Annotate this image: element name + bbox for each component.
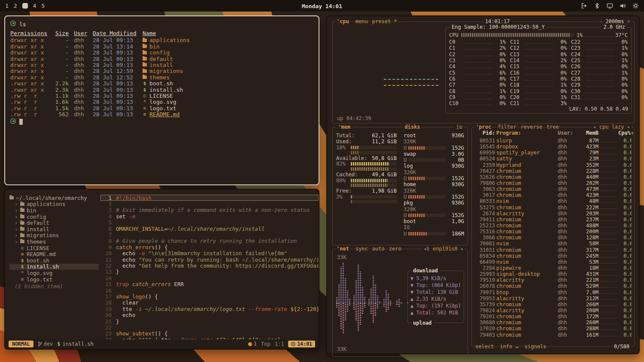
code-line[interactable]: 13}: [100, 269, 319, 275]
process-row[interactable]: 2284pipewiredhh18M0.0: [474, 265, 632, 271]
process-row[interactable]: 3017chromiumdhh423M0.0: [474, 192, 632, 198]
proc-header-user[interactable]: User:: [558, 130, 577, 136]
code-line[interactable]: 5: [100, 220, 319, 226]
process-row[interactable]: 3063chromiumdhh473M0.0: [474, 186, 632, 192]
proc-button-filter[interactable]: filter: [498, 124, 516, 130]
code-line[interactable]: 16: [100, 287, 319, 293]
interval-minus-button[interactable]: −: [599, 18, 602, 24]
process-row[interactable]: 3066chromiumdhh128M0.0: [474, 235, 632, 241]
tree-item-LICENSE[interactable]: ©LICENSE: [9, 245, 100, 251]
file-name-cell[interactable]: config: [143, 49, 313, 56]
code-line[interactable]: 12 echo "Get help from the community: ht…: [100, 262, 319, 268]
file-name-cell[interactable]: bin: [143, 43, 313, 50]
terminal-cursor[interactable]: [19, 119, 23, 125]
process-row[interactable]: 30680chromiumdhh260M0.0: [474, 320, 632, 326]
proc-footer-info[interactable]: info ↵: [500, 344, 518, 350]
cpu-panel-title[interactable]: 'cpu: [335, 18, 350, 24]
tree-item-bin[interactable]: ›bin: [9, 207, 100, 214]
code-line[interactable]: 4set -e: [100, 213, 319, 219]
process-row[interactable]: 17020chromiumdhh288M0.0: [474, 326, 632, 332]
code-line[interactable]: 2: [100, 201, 319, 207]
iface-next-button[interactable]: ▸: [461, 246, 464, 252]
code-line[interactable]: 23show_subtext() {: [100, 331, 319, 337]
file-name-cell[interactable]: migrations: [143, 68, 313, 74]
net-button-zero[interactable]: zero: [389, 246, 401, 252]
process-row[interactable]: 79953alacrittydhh212M0.0: [474, 296, 632, 302]
tree-item-boot.sh[interactable]: $boot.sh: [9, 257, 100, 264]
process-row[interactable]: 69959spotify_playerdhh79M0.0: [474, 150, 632, 156]
display-cast-icon[interactable]: [607, 3, 613, 9]
disks-title[interactable]: disks: [403, 124, 422, 130]
code-line[interactable]: 9catch_errors() {: [100, 244, 319, 250]
tree-item-migrations[interactable]: ›migrations: [9, 232, 100, 239]
process-row[interactable]: 79411chromiumdhh237M0.0: [474, 217, 632, 223]
process-row[interactable]: 25993signal-desktopdhh431M0.0: [474, 271, 632, 277]
process-row[interactable]: 79403chromiumdhh161M0.0: [474, 332, 632, 338]
proc-header-program[interactable]: Program:: [496, 130, 556, 136]
interval-plus-button[interactable]: +: [627, 18, 630, 24]
process-row[interactable]: 2674alacrittydhh203M0.0: [474, 211, 632, 217]
settings-icon[interactable]: [632, 3, 639, 9]
editor-window[interactable]: ~/.local/share/omarchy ›applications›bin…: [4, 189, 319, 350]
file-name-cell[interactable]: ≡README.md: [143, 111, 313, 118]
tree-item-logo.txt[interactable]: ≡logo.txt: [9, 276, 100, 283]
code-editor[interactable]: 1#!/bin/bash23# Exit immediately if a co…: [100, 190, 319, 339]
net-button-sync[interactable]: sync: [355, 246, 368, 252]
code-line[interactable]: 8# Give people a chance to retry running…: [100, 238, 319, 244]
clock[interactable]: Monday 14:01: [302, 3, 342, 9]
net-button-auto[interactable]: auto: [372, 246, 385, 252]
workspace-button-1[interactable]: 1: [5, 3, 9, 9]
code-line[interactable]: 24 echo "$1" | tte --frame-rate ${3:-640…: [100, 337, 319, 339]
code-line[interactable]: 11 echo "You can retry by running: bash …: [100, 256, 319, 262]
cpu-button-preset[interactable]: preset *: [372, 18, 397, 24]
file-name-cell[interactable]: *logo.svg: [143, 99, 313, 105]
net-panel-title[interactable]: 'net: [335, 246, 350, 252]
process-row[interactable]: 80531slurpdhh87M0.0: [474, 138, 632, 144]
process-row[interactable]: 31031chromiumdhh317M0.0: [474, 247, 632, 253]
tree-item-themes[interactable]: ›themes: [9, 238, 100, 245]
update-interval[interactable]: − 2000ms +: [598, 18, 632, 24]
process-row[interactable]: 25213chromiumdhh488M0.0: [474, 223, 632, 229]
tree-root[interactable]: ~/.local/share/omarchy: [9, 195, 100, 201]
file-name-cell[interactable]: ≡logo.txt: [143, 105, 313, 112]
proc-panel-title[interactable]: 'proc: [474, 124, 492, 130]
process-row[interactable]: 66499nvimdhh53M0.0: [474, 259, 632, 265]
code-line[interactable]: 7: [100, 232, 319, 238]
git-branch[interactable]: dev: [38, 341, 53, 347]
process-row[interactable]: 79201chromiumdhh172M0.0: [474, 314, 632, 320]
process-row[interactable]: 79519alacrittydhh221M0.0: [474, 277, 632, 283]
code-line[interactable]: 6OMARCHY_INSTALL=~/.local/share/omarchy/…: [100, 226, 319, 232]
code-line[interactable]: 14: [100, 275, 319, 281]
code-line[interactable]: 17show_logo() {: [100, 293, 319, 299]
file-name-cell[interactable]: ©LICENSE: [143, 93, 313, 99]
file-name-cell[interactable]: themes: [143, 74, 313, 81]
process-row[interactable]: 80524sattydhh23M0.0: [474, 156, 632, 162]
process-row[interactable]: 16545dropboxdhh423M0.0: [474, 144, 632, 150]
io-tab[interactable]: io: [455, 124, 464, 130]
process-row[interactable]: 79971btopdhh7.0M0.0: [474, 290, 632, 296]
proc-sort-selector[interactable]: ◂ cpu lazy ▸: [592, 124, 632, 130]
tree-item-applications[interactable]: ›applications: [9, 201, 100, 208]
workspace-button-4[interactable]: 4: [33, 3, 36, 9]
file-name-cell[interactable]: $boot.sh: [143, 80, 313, 87]
process-row[interactable]: 26078chromiumdhh529M0.0: [474, 283, 632, 289]
proc-header-memb[interactable]: MemB: [578, 130, 598, 136]
sort-next-button[interactable]: ▸: [627, 124, 630, 130]
tree-item-config[interactable]: ›config: [9, 214, 100, 220]
mem-panel-title[interactable]: 'mem: [336, 124, 352, 130]
tree-item-default[interactable]: ›default: [9, 220, 100, 226]
process-row[interactable]: 79806chromiumdhh202M0.0: [474, 180, 632, 186]
proc-footer-select[interactable]: select: [475, 344, 494, 350]
code-line[interactable]: 18 clear: [100, 300, 319, 306]
file-name-cell[interactable]: applications: [143, 37, 313, 43]
bluetooth-icon[interactable]: [594, 3, 600, 9]
code-line[interactable]: 19 tte -i ~/.local/share/omarchy/logo.tx…: [100, 306, 319, 312]
proc-header-cpu[interactable]: Cpu%↑: [618, 130, 633, 136]
volume-icon[interactable]: [620, 3, 626, 9]
process-row[interactable]: 35739chromiumdhh266M0.0: [474, 302, 632, 308]
code-line[interactable]: 3# Exit immediately if a command exits w…: [100, 207, 319, 213]
code-line[interactable]: 10 echo -e "\n\e[31mOmarchy installation…: [100, 250, 319, 256]
tree-item-install[interactable]: ›install: [9, 226, 100, 232]
process-row[interactable]: 2359Hyprlanddhh352M0.0: [474, 162, 632, 168]
process-row[interactable]: 53275chromiumdhh222M0.0: [474, 205, 632, 211]
